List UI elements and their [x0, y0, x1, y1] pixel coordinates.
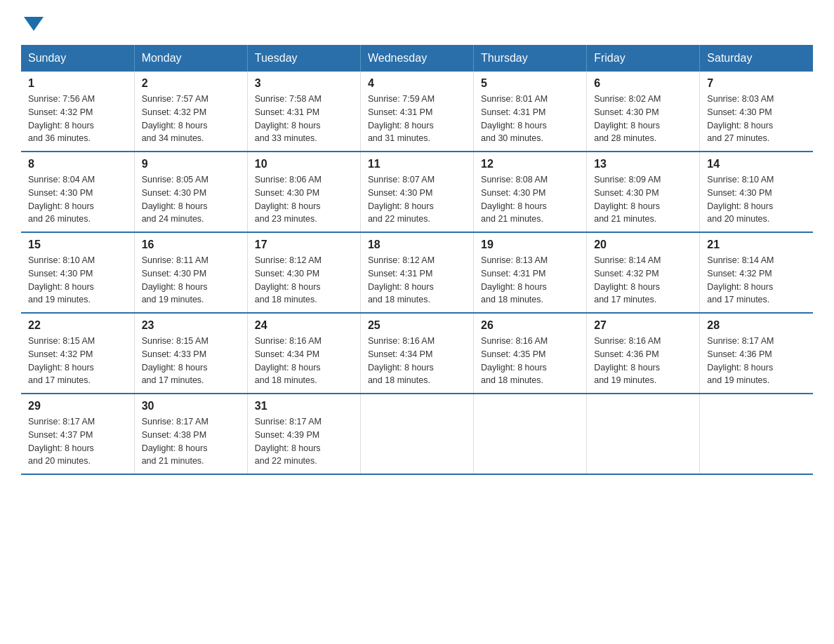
- calendar-week-row: 29 Sunrise: 8:17 AMSunset: 4:37 PMDaylig…: [21, 394, 813, 474]
- calendar-cell: 8 Sunrise: 8:04 AMSunset: 4:30 PMDayligh…: [21, 152, 134, 232]
- calendar-cell: 20 Sunrise: 8:14 AMSunset: 4:32 PMDaylig…: [587, 232, 700, 313]
- calendar-cell: 12 Sunrise: 8:08 AMSunset: 4:30 PMDaylig…: [474, 152, 587, 232]
- day-number: 18: [368, 239, 466, 251]
- day-number: 7: [707, 77, 806, 90]
- day-info: Sunrise: 8:16 AMSunset: 4:35 PMDaylight:…: [481, 335, 579, 387]
- day-info: Sunrise: 8:17 AMSunset: 4:36 PMDaylight:…: [707, 335, 806, 387]
- day-info: Sunrise: 8:06 AMSunset: 4:30 PMDaylight:…: [255, 173, 353, 226]
- day-info: Sunrise: 8:15 AMSunset: 4:33 PMDaylight:…: [142, 335, 240, 387]
- calendar-cell: 10 Sunrise: 8:06 AMSunset: 4:30 PMDaylig…: [247, 152, 360, 232]
- day-number: 8: [28, 158, 127, 170]
- day-number: 30: [142, 400, 240, 412]
- day-info: Sunrise: 8:04 AMSunset: 4:30 PMDaylight:…: [28, 173, 127, 226]
- day-info: Sunrise: 8:12 AMSunset: 4:30 PMDaylight:…: [255, 254, 353, 307]
- day-header-thursday: Thursday: [474, 45, 587, 72]
- calendar-cell: 27 Sunrise: 8:16 AMSunset: 4:36 PMDaylig…: [587, 313, 700, 394]
- calendar-cell: 16 Sunrise: 8:11 AMSunset: 4:30 PMDaylig…: [134, 232, 247, 313]
- day-number: 28: [707, 319, 806, 332]
- day-number: 20: [594, 239, 692, 251]
- calendar-cell: 2 Sunrise: 7:57 AMSunset: 4:32 PMDayligh…: [134, 72, 247, 152]
- calendar-week-row: 15 Sunrise: 8:10 AMSunset: 4:30 PMDaylig…: [21, 232, 813, 313]
- day-info: Sunrise: 8:13 AMSunset: 4:31 PMDaylight:…: [481, 254, 579, 307]
- logo-triangle-icon: [24, 17, 44, 31]
- day-number: 17: [255, 239, 353, 251]
- day-number: 4: [368, 77, 466, 90]
- day-info: Sunrise: 8:01 AMSunset: 4:31 PMDaylight:…: [481, 93, 579, 145]
- day-info: Sunrise: 8:16 AMSunset: 4:34 PMDaylight:…: [368, 335, 466, 387]
- day-info: Sunrise: 8:11 AMSunset: 4:30 PMDaylight:…: [142, 254, 240, 307]
- day-number: 1: [28, 77, 127, 90]
- day-number: 26: [481, 319, 579, 332]
- day-number: 12: [481, 158, 579, 170]
- day-number: 13: [594, 158, 692, 170]
- day-number: 9: [142, 158, 240, 170]
- calendar-cell: 5 Sunrise: 8:01 AMSunset: 4:31 PMDayligh…: [474, 72, 587, 152]
- day-info: Sunrise: 8:05 AMSunset: 4:30 PMDaylight:…: [142, 173, 240, 226]
- calendar-cell: 13 Sunrise: 8:09 AMSunset: 4:30 PMDaylig…: [587, 152, 700, 232]
- day-info: Sunrise: 8:08 AMSunset: 4:30 PMDaylight:…: [481, 173, 579, 226]
- day-info: Sunrise: 8:17 AMSunset: 4:38 PMDaylight:…: [142, 415, 240, 468]
- day-number: 15: [28, 239, 127, 251]
- calendar-cell: [474, 394, 587, 474]
- day-number: 6: [594, 77, 692, 90]
- day-header-friday: Friday: [587, 45, 700, 72]
- calendar-header-row: SundayMondayTuesdayWednesdayThursdayFrid…: [21, 45, 813, 72]
- day-header-saturday: Saturday: [700, 45, 813, 72]
- calendar-cell: 30 Sunrise: 8:17 AMSunset: 4:38 PMDaylig…: [134, 394, 247, 474]
- day-info: Sunrise: 8:17 AMSunset: 4:39 PMDaylight:…: [255, 415, 353, 468]
- day-info: Sunrise: 8:14 AMSunset: 4:32 PMDaylight:…: [594, 254, 692, 307]
- calendar-week-row: 1 Sunrise: 7:56 AMSunset: 4:32 PMDayligh…: [21, 72, 813, 152]
- day-number: 23: [142, 319, 240, 332]
- calendar-cell: 23 Sunrise: 8:15 AMSunset: 4:33 PMDaylig…: [134, 313, 247, 394]
- day-info: Sunrise: 8:17 AMSunset: 4:37 PMDaylight:…: [28, 415, 127, 468]
- calendar-cell: 7 Sunrise: 8:03 AMSunset: 4:30 PMDayligh…: [700, 72, 813, 152]
- day-number: 11: [368, 158, 466, 170]
- day-info: Sunrise: 8:10 AMSunset: 4:30 PMDaylight:…: [707, 173, 806, 226]
- day-info: Sunrise: 8:09 AMSunset: 4:30 PMDaylight:…: [594, 173, 692, 226]
- calendar-cell: 1 Sunrise: 7:56 AMSunset: 4:32 PMDayligh…: [21, 72, 134, 152]
- day-number: 2: [142, 77, 240, 90]
- day-info: Sunrise: 8:07 AMSunset: 4:30 PMDaylight:…: [368, 173, 466, 226]
- day-number: 21: [707, 239, 806, 251]
- calendar-cell: 11 Sunrise: 8:07 AMSunset: 4:30 PMDaylig…: [360, 152, 473, 232]
- day-number: 24: [255, 319, 353, 332]
- calendar-cell: 14 Sunrise: 8:10 AMSunset: 4:30 PMDaylig…: [700, 152, 813, 232]
- day-info: Sunrise: 8:16 AMSunset: 4:34 PMDaylight:…: [255, 335, 353, 387]
- day-header-tuesday: Tuesday: [247, 45, 360, 72]
- calendar-cell: [700, 394, 813, 474]
- day-info: Sunrise: 8:12 AMSunset: 4:31 PMDaylight:…: [368, 254, 466, 307]
- calendar-cell: 31 Sunrise: 8:17 AMSunset: 4:39 PMDaylig…: [247, 394, 360, 474]
- day-number: 14: [707, 158, 806, 170]
- day-number: 29: [28, 400, 127, 412]
- calendar-cell: 15 Sunrise: 8:10 AMSunset: 4:30 PMDaylig…: [21, 232, 134, 313]
- calendar-cell: [587, 394, 700, 474]
- day-info: Sunrise: 8:16 AMSunset: 4:36 PMDaylight:…: [594, 335, 692, 387]
- calendar-cell: 28 Sunrise: 8:17 AMSunset: 4:36 PMDaylig…: [700, 313, 813, 394]
- day-header-monday: Monday: [134, 45, 247, 72]
- day-info: Sunrise: 8:03 AMSunset: 4:30 PMDaylight:…: [707, 93, 806, 145]
- day-number: 22: [28, 319, 127, 332]
- day-number: 10: [255, 158, 353, 170]
- calendar-cell: 24 Sunrise: 8:16 AMSunset: 4:34 PMDaylig…: [247, 313, 360, 394]
- day-number: 31: [255, 400, 353, 412]
- calendar-cell: 21 Sunrise: 8:14 AMSunset: 4:32 PMDaylig…: [700, 232, 813, 313]
- day-info: Sunrise: 7:57 AMSunset: 4:32 PMDaylight:…: [142, 93, 240, 145]
- day-header-sunday: Sunday: [21, 45, 134, 72]
- calendar-cell: 22 Sunrise: 8:15 AMSunset: 4:32 PMDaylig…: [21, 313, 134, 394]
- calendar-cell: 19 Sunrise: 8:13 AMSunset: 4:31 PMDaylig…: [474, 232, 587, 313]
- calendar-cell: 25 Sunrise: 8:16 AMSunset: 4:34 PMDaylig…: [360, 313, 473, 394]
- calendar-week-row: 22 Sunrise: 8:15 AMSunset: 4:32 PMDaylig…: [21, 313, 813, 394]
- day-number: 5: [481, 77, 579, 90]
- calendar-cell: 6 Sunrise: 8:02 AMSunset: 4:30 PMDayligh…: [587, 72, 700, 152]
- calendar-cell: 18 Sunrise: 8:12 AMSunset: 4:31 PMDaylig…: [360, 232, 473, 313]
- day-info: Sunrise: 8:02 AMSunset: 4:30 PMDaylight:…: [594, 93, 692, 145]
- day-number: 27: [594, 319, 692, 332]
- day-info: Sunrise: 7:59 AMSunset: 4:31 PMDaylight:…: [368, 93, 466, 145]
- day-header-wednesday: Wednesday: [360, 45, 473, 72]
- day-info: Sunrise: 7:56 AMSunset: 4:32 PMDaylight:…: [28, 93, 127, 145]
- day-info: Sunrise: 8:10 AMSunset: 4:30 PMDaylight:…: [28, 254, 127, 307]
- calendar-cell: 29 Sunrise: 8:17 AMSunset: 4:37 PMDaylig…: [21, 394, 134, 474]
- logo: [21, 14, 44, 31]
- calendar-cell: 17 Sunrise: 8:12 AMSunset: 4:30 PMDaylig…: [247, 232, 360, 313]
- day-info: Sunrise: 8:15 AMSunset: 4:32 PMDaylight:…: [28, 335, 127, 387]
